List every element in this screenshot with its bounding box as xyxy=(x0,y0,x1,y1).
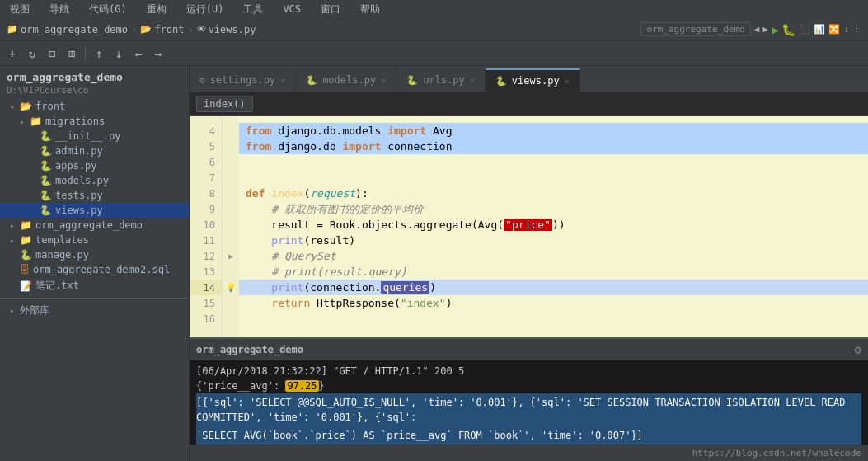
toolbar-expand[interactable]: ⊞ xyxy=(63,45,81,63)
tab-urls[interactable]: 🐍 urls.py ✕ xyxy=(396,68,486,92)
sidebar-label-manage: manage.py xyxy=(35,249,189,261)
tab-models-label: models.py xyxy=(322,74,376,86)
function-bar: index() xyxy=(190,92,868,116)
sidebar-label-admin: admin.py xyxy=(55,145,189,157)
breadcrumb-folder[interactable]: 📂 front xyxy=(140,24,184,35)
menu-run[interactable]: 运行(U) xyxy=(183,1,228,18)
line-num-7: 7 xyxy=(190,170,222,186)
toolbar-icon-back[interactable]: ◀ xyxy=(754,24,760,35)
expand-arrow-migrations: ▸ xyxy=(20,117,30,126)
sidebar-label-migrations: migrations xyxy=(45,115,189,127)
toolbar-icon-run[interactable]: ▶ xyxy=(772,23,778,36)
sidebar-item-tests[interactable]: 🐍 tests.py xyxy=(0,188,189,203)
toolbar-sync[interactable]: ↻ xyxy=(23,45,41,63)
sidebar-label-sql: orm_aggregate_demo2.sql xyxy=(33,264,189,275)
sidebar-label-tests: tests.py xyxy=(55,190,189,201)
breadcrumb-file-label: views.py xyxy=(209,24,256,35)
sidebar-item-views[interactable]: 🐍 views.py xyxy=(0,203,189,218)
toolbar-icon-coverage[interactable]: ⬛ xyxy=(799,24,810,35)
sidebar-item-admin[interactable]: 🐍 admin.py xyxy=(0,143,189,158)
sidebar-item-init[interactable]: 🐍 __init__.py xyxy=(0,129,189,143)
sidebar-item-notes[interactable]: 📝 笔记.txt xyxy=(0,277,189,294)
folder-icon: 📂 xyxy=(140,24,152,35)
menu-code[interactable]: 代码(G) xyxy=(86,1,130,18)
breadcrumb-file[interactable]: 👁 views.py xyxy=(197,24,256,35)
toolbar-icon-debug[interactable]: 🐛 xyxy=(781,23,795,36)
keyword-from-4: from xyxy=(246,125,278,137)
breadcrumb-project[interactable]: 📁 orm_aggregate_demo xyxy=(7,24,128,35)
tab-bar: ⚙ settings.py ✕ 🐍 models.py ✕ 🐍 urls.py … xyxy=(190,66,868,92)
line-num-10: 10 xyxy=(190,217,222,233)
bottom-toolbar: orm_aggregate_demo ⚙ xyxy=(190,339,868,360)
toolbar-up[interactable]: ↑ xyxy=(90,45,108,63)
menu-window[interactable]: 窗口 xyxy=(317,1,344,18)
sidebar-label-orm-demo: orm_aggregate_demo xyxy=(35,219,189,231)
toolbar-icon-more[interactable]: ⋮ xyxy=(852,24,861,35)
sidebar-item-templates[interactable]: ▸ 📁 templates xyxy=(0,233,189,247)
sidebar: orm_aggregate_demo D:\VIPCourse\co ▾ 📂 f… xyxy=(0,66,190,461)
toolbar-left[interactable]: ← xyxy=(129,45,148,63)
sidebar-item-external-libs[interactable]: ▸ 外部库 xyxy=(0,302,189,319)
gutter-4 xyxy=(223,123,239,139)
tab-settings-label: settings.py xyxy=(210,74,275,86)
tab-views-icon: 🐍 xyxy=(495,76,507,87)
sidebar-label-front: front xyxy=(35,101,189,112)
menu-vcs[interactable]: VCS xyxy=(279,2,304,16)
menu-tools[interactable]: 工具 xyxy=(240,1,266,18)
code-line-10: result = Book.objects.aggregate(Avg("pri… xyxy=(239,217,868,233)
tab-urls-close[interactable]: ✕ xyxy=(470,76,475,85)
sidebar-item-orm-demo[interactable]: ▸ 📁 orm_aggregate_demo xyxy=(0,218,189,233)
line-num-4: 4 xyxy=(190,123,222,139)
menu-refactor[interactable]: 重构 xyxy=(143,1,170,18)
comment-13: # print(result.query) xyxy=(246,266,407,278)
function-badge[interactable]: index() xyxy=(196,96,253,112)
toolbar-add[interactable]: + xyxy=(3,45,21,63)
sidebar-label-views: views.py xyxy=(55,205,189,216)
comment-12: # QuerySet xyxy=(246,250,336,262)
toolbar-icon-vcs[interactable]: 🔀 xyxy=(828,24,840,35)
python-icon-tests: 🐍 xyxy=(40,190,52,201)
tab-settings-close[interactable]: ✕ xyxy=(280,76,285,85)
breadcrumb-bar: 📁 orm_aggregate_demo › 📂 front › 👁 views… xyxy=(0,18,868,41)
tab-settings-icon: ⚙ xyxy=(199,75,205,86)
code-line-15: return HttpResponse("index") xyxy=(239,295,868,311)
sidebar-item-manage[interactable]: 🐍 manage.py xyxy=(0,247,189,262)
console-output: [06/Apr/2018 21:32:22] "GET / HTTP/1.1" … xyxy=(190,360,868,445)
sidebar-item-sql[interactable]: 🗄 orm_aggregate_demo2.sql xyxy=(0,262,189,277)
menu-view[interactable]: 视图 xyxy=(7,1,33,18)
tab-views-close[interactable]: ✕ xyxy=(565,77,570,86)
tab-settings[interactable]: ⚙ settings.py ✕ xyxy=(190,68,296,92)
toolbar-collapse[interactable]: ⊟ xyxy=(43,45,61,63)
sidebar-label-notes: 笔记.txt xyxy=(35,279,189,293)
code-editor[interactable]: 4 5 6 7 8 9 10 11 12 13 14 15 16 xyxy=(190,116,868,337)
gutter-15 xyxy=(223,295,239,311)
keyword-from-5: from xyxy=(246,140,278,153)
toolbar-right[interactable]: → xyxy=(149,45,167,63)
code-content[interactable]: from django.db.models import Avg from dj… xyxy=(239,116,868,337)
menu-nav[interactable]: 导航 xyxy=(46,1,73,18)
project-selector[interactable]: orm_aggregate_demo xyxy=(640,22,750,36)
gutter-16 xyxy=(223,311,239,327)
sidebar-item-apps[interactable]: 🐍 apps.py xyxy=(0,158,189,173)
toolbar-icon-forward[interactable]: ▶ xyxy=(762,24,768,35)
python-icon-views: 🐍 xyxy=(40,205,52,216)
sidebar-item-migrations[interactable]: ▸ 📁 migrations xyxy=(0,114,189,129)
sidebar-item-models[interactable]: 🐍 models.py xyxy=(0,173,189,188)
console-line-2: {'price__avg': 97.25} xyxy=(196,379,861,393)
keyword-import-5: import xyxy=(342,140,387,153)
toolbar-icon-update[interactable]: ↓ xyxy=(843,24,849,35)
console-line-1: [06/Apr/2018 21:32:22] "GET / HTTP/1.1" … xyxy=(196,364,861,379)
gutter-8 xyxy=(223,186,239,201)
console-settings-icon[interactable]: ⚙ xyxy=(855,343,861,356)
tab-models-close[interactable]: ✕ xyxy=(381,76,386,85)
tab-models[interactable]: 🐍 models.py ✕ xyxy=(296,68,396,92)
sidebar-label-external: 外部库 xyxy=(20,303,189,318)
toolbar-icon-profile[interactable]: 📊 xyxy=(814,24,825,35)
menu-help[interactable]: 帮助 xyxy=(357,1,383,18)
sidebar-item-front[interactable]: ▾ 📂 front xyxy=(0,99,189,114)
python-icon-models: 🐍 xyxy=(40,175,52,186)
toolbar: + ↻ ⊟ ⊞ ↑ ↓ ← → xyxy=(0,41,868,66)
tab-views[interactable]: 🐍 views.py ✕ xyxy=(486,68,580,92)
toolbar-down[interactable]: ↓ xyxy=(110,45,128,63)
sidebar-project-name: orm_aggregate_demo xyxy=(0,66,189,85)
